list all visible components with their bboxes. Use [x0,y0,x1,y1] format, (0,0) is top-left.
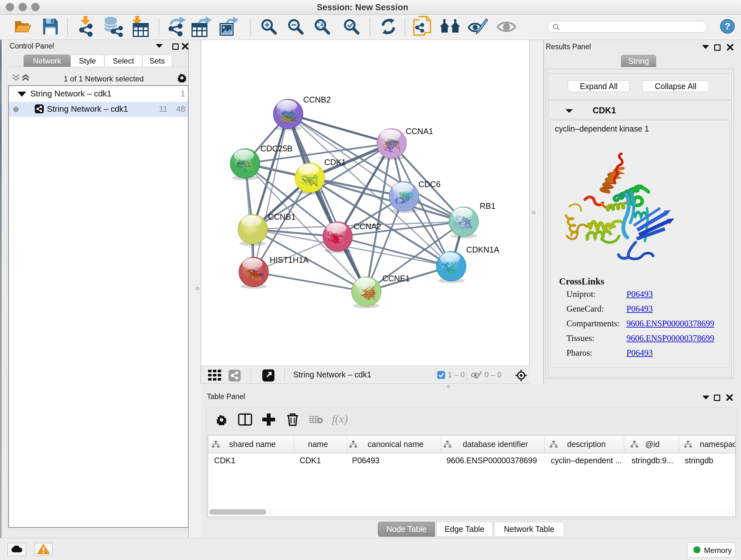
svg-text:CDKN1A: CDKN1A [466,245,499,254]
svg-text:RB1: RB1 [480,201,495,210]
svg-text:CCNB2: CCNB2 [303,95,331,104]
svg-text:?: ? [724,21,730,31]
svg-text:CDC6: CDC6 [418,180,441,189]
svg-text:CCNE1: CCNE1 [382,274,410,283]
svg-text:CDK1: CDK1 [324,158,346,167]
svg-text:CDC25B: CDC25B [260,144,293,153]
svg-text:CCNB1: CCNB1 [268,212,295,221]
svg-text:CCNA2: CCNA2 [354,222,381,231]
svg-text:HIST1H1A: HIST1H1A [270,255,309,264]
svg-text:CCNA1: CCNA1 [406,127,433,136]
